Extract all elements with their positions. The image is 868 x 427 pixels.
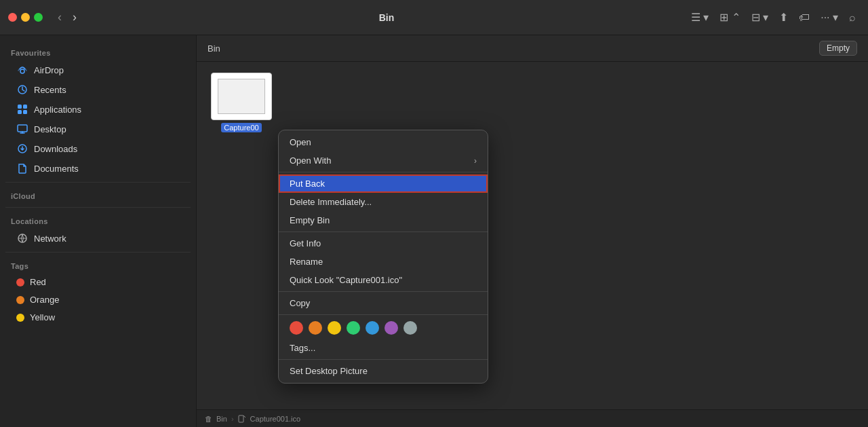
sidebar-item-network[interactable]: Network <box>5 229 191 248</box>
sidebar-item-downloads[interactable]: Downloads <box>5 139 191 158</box>
documents-label: Documents <box>34 164 79 174</box>
sidebar-item-tag-red[interactable]: Red <box>5 274 191 291</box>
context-menu-quick-look[interactable]: Quick Look "Capture001.ico" <box>279 271 488 289</box>
breadcrumb-separator: › <box>231 415 234 423</box>
menu-separator-5 <box>279 359 488 360</box>
ctx-tag-purple[interactable] <box>384 321 398 335</box>
sidebar-divider-3 <box>5 252 191 253</box>
close-button[interactable] <box>8 13 17 22</box>
delete-immediately-label: Delete Immediately... <box>290 197 372 207</box>
svg-rect-4 <box>18 110 22 114</box>
bottom-bar: 🗑 Bin › Capture001.ico <box>197 409 868 427</box>
ctx-tag-blue[interactable] <box>366 321 379 335</box>
breadcrumb-file-name: Capture001.ico <box>250 415 301 423</box>
navigation-buttons: ‹ › <box>54 9 81 26</box>
tags-label: Tags <box>0 257 196 273</box>
menu-separator-3 <box>279 291 488 292</box>
forward-button[interactable]: › <box>68 9 81 26</box>
context-menu-open[interactable]: Open <box>279 133 488 151</box>
content-path: Bin <box>208 43 220 54</box>
file-grid: Capture00 Open Open With › Put Back Dele… <box>197 62 868 409</box>
applications-label: Applications <box>34 105 81 115</box>
context-menu: Open Open With › Put Back Delete Immedia… <box>278 130 488 384</box>
context-menu-set-desktop-picture[interactable]: Set Desktop Picture <box>279 362 488 380</box>
file-thumbnail <box>211 73 272 120</box>
search-button[interactable]: ⌕ <box>845 9 860 26</box>
minimize-button[interactable] <box>21 13 30 22</box>
tag-icon: 🏷 <box>799 12 810 23</box>
rename-label: Rename <box>290 257 323 267</box>
context-menu-tags-row <box>279 317 488 339</box>
sidebar-item-tag-yellow[interactable]: Yellow <box>5 309 191 326</box>
sidebar-item-applications[interactable]: Applications <box>5 100 191 119</box>
empty-bin-label: Empty Bin <box>290 215 330 225</box>
share-button[interactable]: ⬆ <box>775 8 792 26</box>
menu-separator-2 <box>279 231 488 232</box>
red-tag-label: Red <box>30 277 46 287</box>
ctx-tag-red[interactable] <box>290 321 303 335</box>
open-with-label: Open With <box>290 155 331 166</box>
traffic-lights <box>8 13 43 22</box>
sidebar-item-tag-orange[interactable]: Orange <box>5 291 191 308</box>
chevron-right-icon: › <box>474 156 477 166</box>
recents-label: Recents <box>34 85 66 95</box>
favourites-label: Favourites <box>0 43 196 60</box>
ctx-tag-green[interactable] <box>347 321 360 335</box>
sidebar-item-documents[interactable]: Documents <box>5 159 191 178</box>
context-menu-delete-immediately[interactable]: Delete Immediately... <box>279 193 488 211</box>
share-icon: ⬆ <box>779 12 788 23</box>
airdrop-icon <box>16 64 28 76</box>
ctx-tag-yellow[interactable] <box>328 321 341 335</box>
open-label: Open <box>290 137 311 147</box>
list-view-button[interactable]: ☰ ▾ <box>687 8 713 26</box>
more-button[interactable]: ··· ▾ <box>816 8 842 26</box>
maximize-button[interactable] <box>34 13 43 22</box>
sidebar-item-recents[interactable]: Recents <box>5 80 191 99</box>
desktop-icon <box>16 123 28 135</box>
sidebar: Favourites AirDrop Recents <box>0 35 197 427</box>
context-menu-open-with[interactable]: Open With › <box>279 151 488 170</box>
toolbar-icons: ☰ ▾ ⊞ ⌃ ⊟ ▾ ⬆ 🏷 ··· ▾ ⌕ <box>687 8 860 26</box>
context-menu-empty-bin[interactable]: Empty Bin <box>279 211 488 229</box>
ctx-tag-gray[interactable] <box>403 321 417 335</box>
file-item[interactable]: Capture00 <box>208 73 275 132</box>
airdrop-label: AirDrop <box>34 65 64 75</box>
svg-point-0 <box>20 69 24 73</box>
context-menu-get-info[interactable]: Get Info <box>279 234 488 253</box>
svg-rect-10 <box>239 415 243 422</box>
search-icon: ⌕ <box>849 12 856 23</box>
context-menu-put-back[interactable]: Put Back <box>279 174 488 193</box>
downloads-label: Downloads <box>34 144 77 154</box>
breadcrumb-bin: 🗑 <box>205 415 212 423</box>
sidebar-item-airdrop[interactable]: AirDrop <box>5 60 191 79</box>
network-icon <box>16 232 28 244</box>
empty-button[interactable]: Empty <box>819 41 857 56</box>
orange-tag-label: Orange <box>30 295 59 305</box>
svg-rect-6 <box>18 125 27 132</box>
context-menu-copy[interactable]: Copy <box>279 294 488 312</box>
yellow-tag-dot <box>16 314 24 322</box>
back-button[interactable]: ‹ <box>54 9 66 26</box>
content-header: Bin Empty <box>197 35 868 62</box>
icloud-label: iCloud <box>0 187 196 203</box>
file-thumbnail-inner <box>218 79 265 114</box>
network-label: Network <box>34 234 66 244</box>
context-menu-rename[interactable]: Rename <box>279 253 488 271</box>
gallery-view-button[interactable]: ⊟ ▾ <box>747 8 772 26</box>
red-tag-dot <box>16 278 24 286</box>
svg-rect-2 <box>18 105 22 109</box>
toolbar: ‹ › Bin ☰ ▾ ⊞ ⌃ ⊟ ▾ ⬆ 🏷 ··· ▾ ⌕ <box>0 0 868 35</box>
breadcrumb-bin-label: Bin <box>216 415 227 423</box>
grid-view-button[interactable]: ⊞ ⌃ <box>715 8 744 26</box>
content-area: Bin Empty Capture00 Open Open With › <box>197 35 868 427</box>
sidebar-divider-2 <box>5 207 191 208</box>
sidebar-item-desktop[interactable]: Desktop <box>5 119 191 138</box>
recents-icon <box>16 83 28 96</box>
set-desktop-picture-label: Set Desktop Picture <box>290 366 368 376</box>
yellow-tag-label: Yellow <box>30 312 55 322</box>
file-name: Capture00 <box>221 123 261 132</box>
context-menu-tags[interactable]: Tags... <box>279 339 488 357</box>
tag-button[interactable]: 🏷 <box>795 9 814 26</box>
desktop-label: Desktop <box>34 124 66 134</box>
ctx-tag-orange[interactable] <box>309 321 322 335</box>
